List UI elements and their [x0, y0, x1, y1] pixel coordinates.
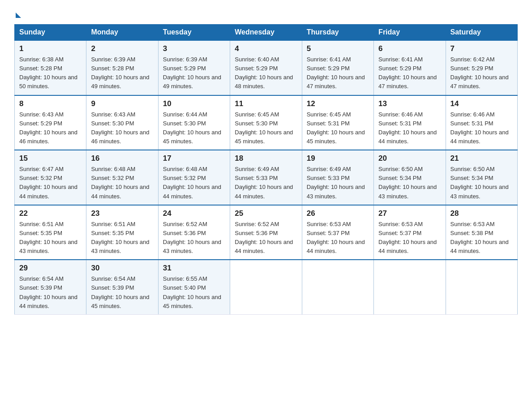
calendar-cell: 31Sunrise: 6:55 AMSunset: 5:40 PMDayligh… — [158, 260, 230, 314]
calendar-week-row: 1Sunrise: 6:38 AMSunset: 5:28 PMDaylight… — [15, 40, 518, 95]
calendar-cell: 25Sunrise: 6:52 AMSunset: 5:36 PMDayligh… — [230, 205, 302, 260]
day-number: 4 — [235, 44, 297, 53]
day-number: 2 — [91, 44, 153, 53]
day-number: 5 — [307, 44, 369, 53]
day-info: Sunrise: 6:53 AMSunset: 5:37 PMDaylight:… — [378, 220, 441, 256]
column-header-thursday: Thursday — [302, 25, 373, 41]
day-info: Sunrise: 6:41 AMSunset: 5:29 PMDaylight:… — [307, 55, 369, 91]
day-info: Sunrise: 6:50 AMSunset: 5:34 PMDaylight:… — [378, 165, 441, 201]
day-info: Sunrise: 6:50 AMSunset: 5:34 PMDaylight:… — [450, 165, 513, 201]
day-info: Sunrise: 6:52 AMSunset: 5:36 PMDaylight:… — [163, 220, 225, 256]
calendar-cell: 17Sunrise: 6:48 AMSunset: 5:32 PMDayligh… — [158, 150, 230, 205]
day-number: 12 — [307, 99, 369, 108]
header — [14, 11, 518, 16]
day-info: Sunrise: 6:43 AMSunset: 5:29 PMDaylight:… — [19, 110, 82, 146]
day-info: Sunrise: 6:49 AMSunset: 5:33 PMDaylight:… — [307, 165, 369, 201]
calendar-cell: 18Sunrise: 6:49 AMSunset: 5:33 PMDayligh… — [230, 150, 302, 205]
calendar-cell: 3Sunrise: 6:39 AMSunset: 5:29 PMDaylight… — [158, 40, 230, 95]
calendar-cell: 15Sunrise: 6:47 AMSunset: 5:32 PMDayligh… — [15, 150, 86, 205]
calendar-cell: 28Sunrise: 6:53 AMSunset: 5:38 PMDayligh… — [446, 205, 517, 260]
day-number: 28 — [450, 209, 513, 218]
calendar-cell: 6Sunrise: 6:41 AMSunset: 5:29 PMDaylight… — [374, 40, 446, 95]
day-number: 10 — [163, 99, 225, 108]
day-number: 13 — [378, 99, 441, 108]
day-number: 20 — [378, 154, 441, 163]
day-number: 18 — [235, 154, 297, 163]
day-info: Sunrise: 6:44 AMSunset: 5:30 PMDaylight:… — [163, 110, 225, 146]
day-info: Sunrise: 6:52 AMSunset: 5:36 PMDaylight:… — [235, 220, 297, 256]
calendar-cell: 27Sunrise: 6:53 AMSunset: 5:37 PMDayligh… — [374, 205, 446, 260]
calendar-cell: 9Sunrise: 6:43 AMSunset: 5:30 PMDaylight… — [86, 95, 158, 150]
calendar-cell: 14Sunrise: 6:46 AMSunset: 5:31 PMDayligh… — [446, 95, 517, 150]
day-number: 9 — [91, 99, 153, 108]
calendar-cell — [230, 260, 302, 314]
day-number: 24 — [163, 209, 225, 218]
calendar-cell: 29Sunrise: 6:54 AMSunset: 5:39 PMDayligh… — [15, 260, 86, 314]
day-number: 26 — [307, 209, 369, 218]
day-info: Sunrise: 6:46 AMSunset: 5:31 PMDaylight:… — [378, 110, 441, 146]
calendar-cell: 23Sunrise: 6:51 AMSunset: 5:35 PMDayligh… — [86, 205, 158, 260]
day-info: Sunrise: 6:42 AMSunset: 5:29 PMDaylight:… — [450, 55, 513, 91]
calendar-header-row: SundayMondayTuesdayWednesdayThursdayFrid… — [15, 25, 518, 41]
day-info: Sunrise: 6:54 AMSunset: 5:39 PMDaylight:… — [19, 274, 82, 311]
day-number: 27 — [378, 209, 441, 218]
calendar-week-row: 8Sunrise: 6:43 AMSunset: 5:29 PMDaylight… — [15, 95, 518, 150]
calendar-cell: 2Sunrise: 6:39 AMSunset: 5:28 PMDaylight… — [86, 40, 158, 95]
calendar-cell: 21Sunrise: 6:50 AMSunset: 5:34 PMDayligh… — [446, 150, 517, 205]
calendar-cell: 11Sunrise: 6:45 AMSunset: 5:30 PMDayligh… — [230, 95, 302, 150]
calendar-week-row: 22Sunrise: 6:51 AMSunset: 5:35 PMDayligh… — [15, 205, 518, 260]
day-number: 29 — [19, 264, 82, 273]
day-number: 7 — [450, 44, 513, 53]
calendar-cell: 26Sunrise: 6:53 AMSunset: 5:37 PMDayligh… — [302, 205, 373, 260]
day-number: 19 — [307, 154, 369, 163]
logo — [14, 11, 21, 16]
calendar-week-row: 29Sunrise: 6:54 AMSunset: 5:39 PMDayligh… — [15, 260, 518, 314]
day-number: 30 — [91, 264, 153, 273]
day-info: Sunrise: 6:53 AMSunset: 5:38 PMDaylight:… — [450, 220, 513, 256]
calendar-table: SundayMondayTuesdayWednesdayThursdayFrid… — [14, 24, 518, 315]
column-header-friday: Friday — [374, 25, 446, 41]
calendar-cell: 24Sunrise: 6:52 AMSunset: 5:36 PMDayligh… — [158, 205, 230, 260]
calendar-cell: 8Sunrise: 6:43 AMSunset: 5:29 PMDaylight… — [15, 95, 86, 150]
day-info: Sunrise: 6:38 AMSunset: 5:28 PMDaylight:… — [19, 55, 82, 91]
calendar-cell: 20Sunrise: 6:50 AMSunset: 5:34 PMDayligh… — [374, 150, 446, 205]
calendar-cell: 7Sunrise: 6:42 AMSunset: 5:29 PMDaylight… — [446, 40, 517, 95]
calendar-cell: 4Sunrise: 6:40 AMSunset: 5:29 PMDaylight… — [230, 40, 302, 95]
day-number: 25 — [235, 209, 297, 218]
day-number: 31 — [163, 264, 225, 273]
day-info: Sunrise: 6:40 AMSunset: 5:29 PMDaylight:… — [235, 55, 297, 91]
day-number: 16 — [91, 154, 153, 163]
day-info: Sunrise: 6:39 AMSunset: 5:29 PMDaylight:… — [163, 55, 225, 91]
day-info: Sunrise: 6:39 AMSunset: 5:28 PMDaylight:… — [91, 55, 153, 91]
calendar-cell: 19Sunrise: 6:49 AMSunset: 5:33 PMDayligh… — [302, 150, 373, 205]
calendar-cell — [374, 260, 446, 314]
day-number: 14 — [450, 99, 513, 108]
column-header-sunday: Sunday — [15, 25, 86, 41]
calendar-cell: 5Sunrise: 6:41 AMSunset: 5:29 PMDaylight… — [302, 40, 373, 95]
day-number: 6 — [378, 44, 441, 53]
calendar-cell: 1Sunrise: 6:38 AMSunset: 5:28 PMDaylight… — [15, 40, 86, 95]
day-number: 15 — [19, 154, 82, 163]
day-number: 1 — [19, 44, 82, 53]
day-info: Sunrise: 6:51 AMSunset: 5:35 PMDaylight:… — [19, 220, 82, 256]
day-info: Sunrise: 6:49 AMSunset: 5:33 PMDaylight:… — [235, 165, 297, 201]
calendar-cell: 22Sunrise: 6:51 AMSunset: 5:35 PMDayligh… — [15, 205, 86, 260]
day-number: 3 — [163, 44, 225, 53]
day-info: Sunrise: 6:46 AMSunset: 5:31 PMDaylight:… — [450, 110, 513, 146]
logo-triangle-icon — [16, 13, 21, 18]
day-number: 11 — [235, 99, 297, 108]
day-info: Sunrise: 6:55 AMSunset: 5:40 PMDaylight:… — [163, 274, 225, 311]
day-info: Sunrise: 6:54 AMSunset: 5:39 PMDaylight:… — [91, 274, 153, 311]
calendar-week-row: 15Sunrise: 6:47 AMSunset: 5:32 PMDayligh… — [15, 150, 518, 205]
day-info: Sunrise: 6:48 AMSunset: 5:32 PMDaylight:… — [91, 165, 153, 201]
day-info: Sunrise: 6:41 AMSunset: 5:29 PMDaylight:… — [378, 55, 441, 91]
column-header-wednesday: Wednesday — [230, 25, 302, 41]
column-header-tuesday: Tuesday — [158, 25, 230, 41]
day-info: Sunrise: 6:53 AMSunset: 5:37 PMDaylight:… — [307, 220, 369, 256]
calendar-cell — [446, 260, 517, 314]
day-number: 23 — [91, 209, 153, 218]
day-number: 22 — [19, 209, 82, 218]
day-info: Sunrise: 6:47 AMSunset: 5:32 PMDaylight:… — [19, 165, 82, 201]
calendar-cell: 16Sunrise: 6:48 AMSunset: 5:32 PMDayligh… — [86, 150, 158, 205]
day-info: Sunrise: 6:45 AMSunset: 5:30 PMDaylight:… — [235, 110, 297, 146]
